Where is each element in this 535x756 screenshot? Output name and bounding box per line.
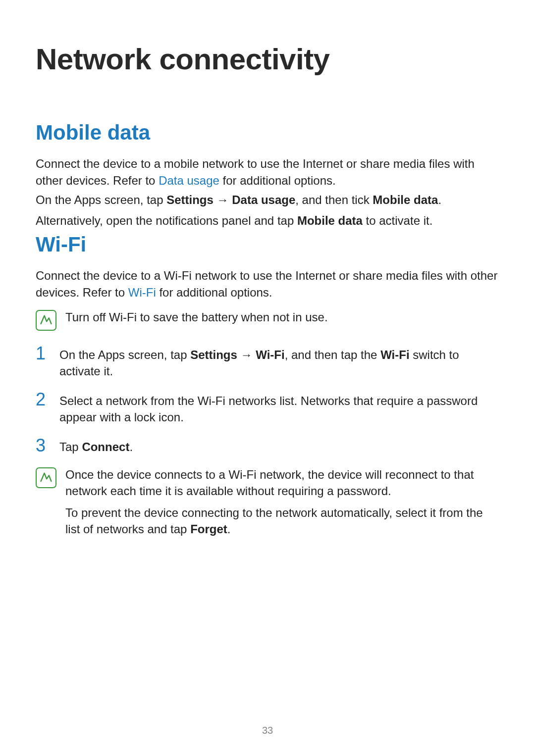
note-tip-1: Turn off Wi-Fi to save the battery when …: [36, 309, 499, 331]
note-text: Turn off Wi-Fi to save the battery when …: [65, 309, 499, 326]
page-title: Network connectivity: [36, 42, 499, 76]
note-icon: [36, 310, 56, 331]
text: for additional options.: [156, 286, 272, 299]
note-text: To prevent the device connecting to the …: [65, 504, 499, 538]
label-mobile-data: Mobile data: [297, 214, 363, 227]
wifi-steps: 1 On the Apps screen, tap Settings → Wi-…: [36, 345, 499, 455]
step-item: 1 On the Apps screen, tap Settings → Wi-…: [36, 345, 499, 380]
text: , and then tap the: [285, 348, 381, 361]
label-settings: Settings: [166, 193, 214, 206]
text: .: [438, 193, 441, 206]
note-tip-2: Once the device connects to a Wi-Fi netw…: [36, 466, 499, 543]
text: →: [237, 348, 256, 361]
text: for additional options.: [219, 174, 336, 187]
text: to activate it.: [363, 214, 432, 227]
text: Select a network from the Wi-Fi networks…: [59, 394, 478, 424]
label-wifi: Wi-Fi: [380, 348, 409, 361]
text: Tap: [59, 440, 82, 454]
mobile-data-intro: Connect the device to a mobile network t…: [36, 155, 499, 189]
step-text: Tap Connect.: [59, 437, 499, 455]
mobile-data-instruction-1: On the Apps screen, tap Settings → Data …: [36, 192, 499, 208]
step-text: Select a network from the Wi-Fi networks…: [59, 391, 499, 426]
wifi-intro: Connect the device to a Wi-Fi network to…: [36, 267, 499, 301]
label-forget: Forget: [190, 522, 227, 536]
text: .: [227, 522, 231, 536]
text: , and then tick: [295, 193, 373, 206]
step-number: 3: [36, 437, 50, 454]
step-number: 1: [36, 345, 50, 362]
note-icon: [36, 467, 56, 488]
text: Alternatively, open the notifications pa…: [36, 214, 297, 227]
text: On the Apps screen, tap: [59, 348, 190, 361]
step-text: On the Apps screen, tap Settings → Wi-Fi…: [59, 345, 499, 380]
label-settings: Settings: [190, 348, 237, 361]
label-wifi: Wi-Fi: [256, 348, 284, 361]
section-heading-mobile-data: Mobile data: [36, 121, 499, 145]
step-item: 3 Tap Connect.: [36, 437, 499, 455]
text: →: [214, 193, 232, 206]
mobile-data-instruction-2: Alternatively, open the notifications pa…: [36, 212, 499, 229]
label-connect: Connect: [82, 440, 129, 454]
text: On the Apps screen, tap: [36, 193, 166, 206]
step-item: 2 Select a network from the Wi-Fi networ…: [36, 391, 499, 426]
section-heading-wifi: Wi-Fi: [36, 233, 499, 256]
text: .: [129, 440, 133, 454]
text: To prevent the device connecting to the …: [65, 506, 483, 536]
link-wifi[interactable]: Wi-Fi: [128, 286, 156, 299]
link-data-usage[interactable]: Data usage: [159, 174, 219, 187]
page-number: 33: [0, 725, 535, 736]
label-data-usage: Data usage: [232, 193, 295, 206]
label-mobile-data: Mobile data: [373, 193, 438, 206]
step-number: 2: [36, 391, 50, 408]
note-text: Once the device connects to a Wi-Fi netw…: [65, 466, 499, 500]
